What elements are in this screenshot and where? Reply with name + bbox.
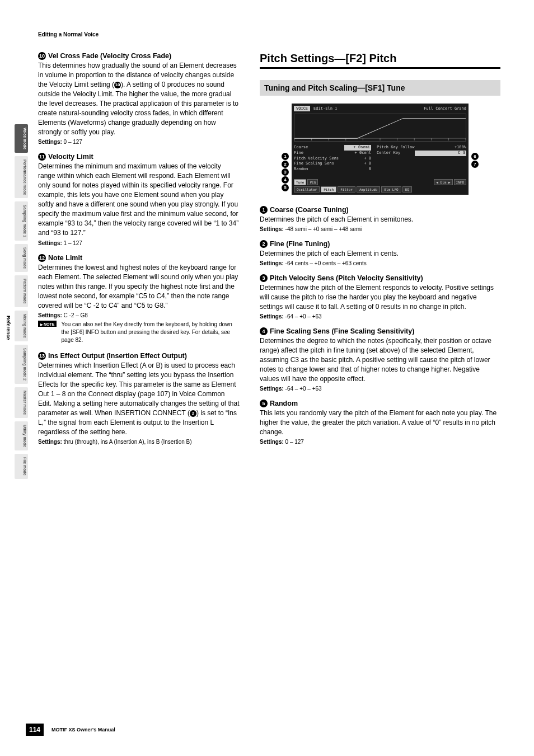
scr-preset-label: Full Concert Grand bbox=[424, 106, 466, 111]
tab-sampling-mode-1[interactable]: Sampling mode 1 bbox=[15, 201, 28, 241]
callout-6-icon: 6 bbox=[471, 153, 479, 160]
param-13-title: Ins Effect Output (Insertion Effect Outp… bbox=[48, 352, 187, 360]
tab-mixing-mode[interactable]: Mixing mode bbox=[15, 311, 28, 341]
side-tabs: Voice mode Performance mode Sampling mod… bbox=[15, 124, 28, 479]
subsection-title: Tuning and Pitch Scaling—[SF1] Tune bbox=[260, 80, 500, 96]
num-11-icon: 11 bbox=[38, 153, 46, 161]
scr-f5: Elm LFO bbox=[381, 186, 401, 192]
param-1-body: Determines the pitch of each Element in … bbox=[260, 215, 500, 224]
param-12-title: Note Limit bbox=[48, 254, 82, 262]
param-11-settings: Settings: 1 – 127 bbox=[38, 240, 240, 246]
param-10-body: This determines how gradually the sound … bbox=[38, 61, 240, 137]
scr-f1: Oscillator bbox=[294, 186, 320, 192]
tab-sampling-mode-2[interactable]: Sampling mode 2 bbox=[15, 345, 28, 384]
param-2-title: Fine (Fine Tuning) bbox=[270, 240, 330, 248]
scr-f2: Pitch bbox=[321, 186, 336, 192]
param-12-note: NOTE You can also set the Key directly f… bbox=[38, 321, 240, 344]
page-number: 114 bbox=[26, 724, 44, 736]
callout-4-icon: 4 bbox=[282, 176, 289, 184]
param-12-settings: Settings: C -2 – G8 bbox=[38, 312, 240, 318]
num-1-icon: 1 bbox=[260, 206, 268, 214]
param-2-body: Determines the pitch of each Element in … bbox=[260, 249, 500, 259]
callout-7-icon: 7 bbox=[471, 161, 479, 168]
scr-voice-tab: VOICE bbox=[294, 106, 310, 111]
num-5-icon: 5 bbox=[260, 400, 268, 407]
param-4-head: 4 Fine Scaling Sens (Fine Scaling Sensit… bbox=[260, 327, 500, 335]
ref-10-icon: 10 bbox=[114, 82, 121, 88]
param-13-head: 13 Ins Effect Output (Insertion Effect O… bbox=[38, 352, 240, 360]
param-5-title: Random bbox=[270, 400, 298, 407]
param-10-settings: Settings: 0 – 127 bbox=[38, 139, 240, 145]
param-11-title: Velocity Limit bbox=[48, 153, 93, 161]
num-13-icon: 13 bbox=[38, 352, 46, 360]
param-11-body: Determines the minimum and maximum value… bbox=[38, 162, 240, 238]
param-2-settings: Settings: -64 cents – +0 cents – +63 cen… bbox=[260, 260, 500, 266]
param-10-title: Vel Cross Fade (Velocity Cross Fade) bbox=[48, 52, 171, 60]
param-3-title: Pitch Velocity Sens (Pitch Velocity Sens… bbox=[270, 274, 423, 282]
param-12-body: Determines the lowest and highest notes … bbox=[38, 263, 240, 311]
param-12-head: 12 Note Limit bbox=[38, 254, 240, 262]
note-badge-icon: NOTE bbox=[38, 321, 57, 327]
tab-utility-mode[interactable]: Utility mode bbox=[15, 421, 28, 450]
lcd-screenshot: 1 2 3 4 5 6 7 VOICE Edit-Elm 1 Full Conc… bbox=[285, 104, 475, 195]
param-5-body: This lets you randomly vary the pitch of… bbox=[260, 408, 500, 437]
param-1-title: Coarse (Coarse Tuning) bbox=[270, 206, 349, 214]
param-11-head: 11 Velocity Limit bbox=[38, 153, 240, 161]
manual-title: MOTIF XS Owner's Manual bbox=[51, 727, 115, 732]
param-1-settings: Settings: -48 semi – +0 semi – +48 semi bbox=[260, 226, 500, 232]
param-5-settings: Settings: 0 – 127 bbox=[260, 439, 500, 445]
param-4-body: Determines the degree to which the notes… bbox=[260, 336, 500, 384]
callout-2-icon: 2 bbox=[282, 161, 289, 168]
param-3-head: 3 Pitch Velocity Sens (Pitch Velocity Se… bbox=[260, 274, 500, 282]
scr-f6: EQ bbox=[402, 186, 412, 192]
tab-file-mode[interactable]: File mode bbox=[15, 454, 28, 479]
num-3-icon: 3 bbox=[260, 274, 268, 282]
num-2-icon: 2 bbox=[260, 240, 268, 248]
scr-sf6-info: INFO bbox=[454, 179, 466, 185]
num-4-icon: 4 bbox=[260, 327, 268, 335]
scr-f3: Filter bbox=[338, 186, 355, 192]
param-3-body: Determines how the pitch of the Element … bbox=[260, 283, 500, 312]
scr-sf5-elm: ◀ Elm ▶ bbox=[434, 179, 452, 185]
tab-master-mode[interactable]: Master mode bbox=[15, 387, 28, 418]
param-4-title: Fine Scaling Sens (Fine Scaling Sensitiv… bbox=[270, 327, 414, 335]
callout-5-icon: 5 bbox=[282, 184, 289, 191]
breadcrumb: Editing a Normal Voice bbox=[38, 31, 500, 37]
num-10-icon: 10 bbox=[38, 52, 46, 60]
scr-edit-label: Edit-Elm 1 bbox=[313, 106, 337, 111]
scr-sf1-tune: Tune bbox=[294, 179, 306, 185]
scr-f4: Amplitude bbox=[357, 186, 381, 192]
scr-graph bbox=[294, 114, 466, 142]
callout-1-icon: 1 bbox=[282, 153, 289, 160]
param-5-head: 5 Random bbox=[260, 400, 500, 407]
tab-voice-mode[interactable]: Voice mode bbox=[15, 124, 28, 153]
param-2-head: 2 Fine (Fine Tuning) bbox=[260, 240, 500, 248]
param-4-settings: Settings: -64 – +0 – +63 bbox=[260, 386, 500, 392]
callout-3-icon: 3 bbox=[282, 168, 289, 176]
footer: 114 MOTIF XS Owner's Manual bbox=[26, 724, 115, 736]
num-12-icon: 12 bbox=[38, 254, 46, 262]
tab-performance-mode[interactable]: Performance mode bbox=[15, 156, 28, 198]
scr-sf2-peg: PEG bbox=[307, 179, 318, 185]
ref-2-icon: 2 bbox=[190, 410, 196, 417]
section-title: Pitch Settings—[F2] Pitch bbox=[260, 52, 500, 69]
reference-label: Reference bbox=[6, 316, 11, 340]
param-13-settings: Settings: thru (through), ins A (Inserti… bbox=[38, 439, 240, 445]
param-1-head: 1 Coarse (Coarse Tuning) bbox=[260, 206, 500, 214]
param-10-head: 10 Vel Cross Fade (Velocity Cross Fade) bbox=[38, 52, 240, 60]
param-3-settings: Settings: -64 – +0 – +63 bbox=[260, 313, 500, 320]
param-13-body: Determines which Insertion Effect (A or … bbox=[38, 361, 240, 437]
tab-pattern-mode[interactable]: Pattern mode bbox=[15, 275, 28, 307]
tab-song-mode[interactable]: Song mode bbox=[15, 244, 28, 272]
